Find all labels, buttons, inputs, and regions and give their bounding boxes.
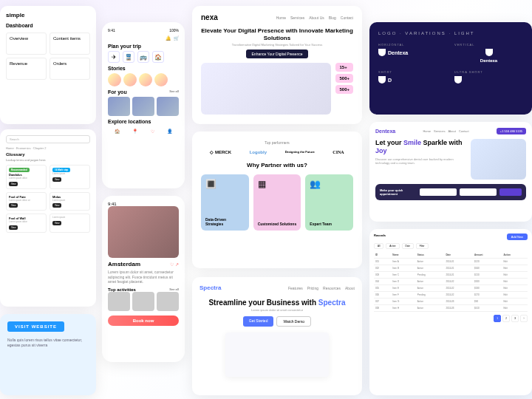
- nav-home[interactable]: Home: [423, 129, 431, 133]
- table-row[interactable]: 006Item FPending2024-02$270Edit: [374, 292, 528, 299]
- nav-pricing[interactable]: Pricing: [307, 286, 318, 290]
- table-row[interactable]: 008Item HActive2024-03$410Edit: [374, 305, 528, 312]
- bell-icon[interactable]: 🔔: [166, 35, 171, 41]
- tab-train[interactable]: 🚆: [123, 51, 134, 63]
- nexa-cta-button[interactable]: Enhance Your Digital Presence: [246, 50, 309, 58]
- breadcrumb[interactable]: Home · Economics · Chapter 2: [6, 146, 90, 150]
- partner-card-team[interactable]: 👥Expert Team: [305, 174, 353, 231]
- nav-contact[interactable]: Contact: [341, 16, 353, 20]
- table-row[interactable]: 001Item AActive2024-01$120Edit: [374, 259, 528, 265]
- table-header[interactable]: ID: [374, 252, 391, 259]
- table-row[interactable]: 002Item BActive2024-01$340Edit: [374, 265, 528, 272]
- dentexa-logo[interactable]: Dentexa: [375, 129, 395, 134]
- tab-flight[interactable]: ✈: [108, 51, 120, 63]
- dash-box[interactable]: Orders: [50, 58, 90, 80]
- short-tag: SHORT: [378, 70, 447, 74]
- destination-thumb[interactable]: [157, 97, 179, 116]
- data-table-app: Records Add New All Active Date Filter I…: [369, 229, 532, 395]
- page-button[interactable]: 2: [502, 315, 510, 322]
- filter-more[interactable]: Filter: [416, 243, 429, 249]
- dash-box[interactable]: Overview: [6, 33, 47, 55]
- table-header[interactable]: Name: [391, 252, 416, 259]
- story-avatar[interactable]: [123, 73, 137, 86]
- filter-all[interactable]: All: [374, 243, 383, 249]
- stat-projects: 500+: [335, 85, 353, 94]
- nexa-logo[interactable]: nexa: [201, 13, 218, 21]
- share-icon[interactable]: ↗: [175, 262, 179, 267]
- destination-thumb[interactable]: [108, 97, 130, 116]
- nav-contact[interactable]: Contact: [459, 129, 469, 133]
- nav-features[interactable]: Features: [288, 286, 303, 290]
- tab-bus[interactable]: 🚌: [137, 51, 149, 63]
- visit-website-button[interactable]: VISIT WEBSITE: [7, 321, 64, 332]
- nav-user-icon[interactable]: 👤: [167, 129, 172, 134]
- page-button[interactable]: 1: [494, 315, 501, 322]
- team-icon: 👥: [310, 179, 349, 189]
- tab-stay[interactable]: 🏠: [152, 51, 164, 63]
- glossary-card[interactable]: MidasLorem ipsumView: [50, 192, 90, 211]
- dash-box[interactable]: Revenue: [6, 58, 47, 80]
- page-button[interactable]: ›: [520, 315, 528, 322]
- activity-thumb[interactable]: [132, 292, 154, 311]
- cart-icon[interactable]: 🛒: [174, 35, 179, 41]
- nav-blog[interactable]: Blog: [329, 16, 336, 20]
- story-avatar[interactable]: [108, 73, 121, 86]
- nav-home-icon[interactable]: 🏠: [115, 129, 120, 134]
- table-row[interactable]: 007Item GActive2024-03$90Edit: [374, 299, 528, 305]
- table-row[interactable]: 004Item DActive2024-02$500Edit: [374, 279, 528, 285]
- get-started-button[interactable]: Get Started: [243, 316, 274, 327]
- nav-about[interactable]: About: [448, 129, 455, 133]
- table-row[interactable]: 005Item EActive2024-02$180Edit: [374, 285, 528, 292]
- spectra-dashboard-preview: [225, 332, 329, 377]
- glossary-card[interactable]: Lorem ipsumView: [50, 214, 90, 233]
- table-header[interactable]: Amount: [473, 252, 502, 259]
- table-row[interactable]: 003Item CPending2024-01$210Edit: [374, 272, 528, 279]
- visit-website-card: VISIT WEBSITE Nulla quis lorem risus tel…: [0, 314, 96, 395]
- nav-home[interactable]: Home: [276, 16, 286, 20]
- glossary-card[interactable]: 16 Mark stepLorem ipsumView: [50, 165, 90, 189]
- story-avatar[interactable]: [139, 73, 152, 86]
- glossary-card[interactable]: RecommendedDaedalusLorem ipsum dolorView: [6, 165, 47, 189]
- nav-heart-icon[interactable]: ♡: [151, 129, 154, 134]
- heart-icon[interactable]: ♡: [170, 262, 174, 267]
- page-button[interactable]: 3: [511, 315, 519, 322]
- appointment-field[interactable]: [460, 188, 497, 196]
- seeall-link[interactable]: See all: [169, 89, 179, 95]
- glossary-card[interactable]: Fool of FateLorem ipsum dolor sitView: [6, 192, 47, 211]
- appointment-label: Make your quick appointment: [380, 188, 417, 196]
- spectra-logo[interactable]: Spectra: [200, 284, 221, 291]
- partner-logo-logobly: Logobly: [250, 150, 267, 154]
- phone-button[interactable]: +1 516 486 5135: [497, 128, 526, 134]
- simple-logo: simple: [6, 12, 90, 18]
- tooth-icon: [485, 49, 493, 56]
- activity-thumb[interactable]: [108, 292, 130, 311]
- table-header[interactable]: Action: [502, 252, 528, 259]
- filter-active[interactable]: Active: [386, 243, 399, 249]
- variations-title: LOGO · VARIATIONS · LIGHT: [378, 31, 523, 35]
- table-header[interactable]: Date: [444, 252, 473, 259]
- top-performers-label: Top performers: [201, 140, 353, 145]
- filter-date[interactable]: Date: [402, 243, 414, 249]
- add-new-button[interactable]: Add New: [507, 233, 528, 240]
- table-header[interactable]: Status: [416, 252, 445, 259]
- nav-about[interactable]: About Us: [309, 16, 324, 20]
- nav-resources[interactable]: Resources: [323, 286, 341, 290]
- destination-thumb[interactable]: [132, 97, 154, 116]
- seeall-link[interactable]: See all: [169, 287, 179, 292]
- appointment-field[interactable]: [420, 188, 457, 196]
- nav-about[interactable]: About: [345, 286, 355, 290]
- search-input[interactable]: Search: [6, 135, 90, 143]
- nav-services[interactable]: Services: [434, 129, 445, 133]
- book-now-button[interactable]: Book now: [108, 316, 179, 326]
- partner-card-data[interactable]: 🔳Data-Driven Strategies: [201, 174, 249, 231]
- partner-card-custom[interactable]: ▦Customized Solutions: [253, 174, 301, 231]
- glossary-card[interactable]: Fool of WallLorem ipsum dolorView: [6, 214, 47, 233]
- activity-thumb[interactable]: [157, 292, 179, 311]
- book-appointment-button[interactable]: [499, 188, 522, 196]
- nav-services[interactable]: Services: [290, 16, 304, 20]
- tooth-icon: [454, 76, 462, 83]
- dash-box[interactable]: Content items: [50, 33, 90, 55]
- story-avatar[interactable]: [154, 73, 168, 86]
- nav-map-icon[interactable]: 📍: [132, 129, 137, 134]
- watch-demo-button[interactable]: Watch Demo: [276, 316, 311, 327]
